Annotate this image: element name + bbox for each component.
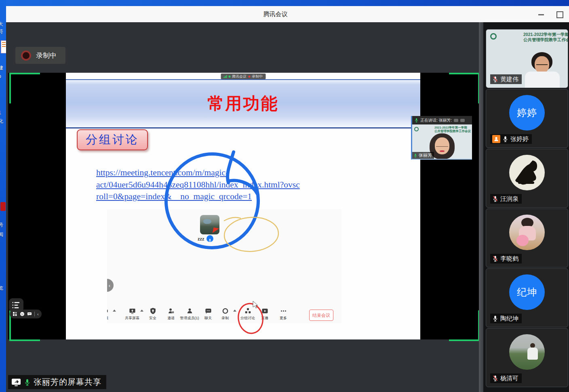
speaker-slide-line: 公共管理学院教学工作会议 xyxy=(434,129,471,133)
collapse-chevron-icon[interactable]: ‹ xyxy=(37,312,39,316)
speaker-name: 张丽芳 xyxy=(419,152,432,158)
inner-toolbar-video: 视频 xyxy=(107,307,114,321)
avatar xyxy=(509,155,545,190)
end-meeting-button: 结束会议 xyxy=(309,310,333,321)
participant-name-chip: 陶纪坤 xyxy=(490,314,522,323)
desktop-icon-fragment: 1 xyxy=(0,110,6,116)
desktop-icon-fragment: o xyxy=(0,74,6,79)
screen-share-banner: 张丽芳的屏幕共享 xyxy=(8,375,106,389)
more-dots-icon xyxy=(274,307,292,315)
share-border-corner xyxy=(9,73,40,103)
recording-badge[interactable]: 录制中 xyxy=(15,47,65,64)
participant-name-chip: 张婷婷 xyxy=(490,134,532,144)
inner-toolbar-breakout: 分组讨论 xyxy=(239,307,257,321)
inner-toolbar-record: 录制 xyxy=(216,307,234,321)
slide-status-pill: 腾讯会议 录制中 xyxy=(221,74,266,79)
share-border-corner xyxy=(449,73,480,103)
online-dot-icon xyxy=(228,76,230,78)
participant-tile[interactable]: 李晓鹤 xyxy=(486,209,568,268)
mic-on-icon xyxy=(413,153,417,158)
layout-icon[interactable] xyxy=(13,312,17,316)
chat-bubble-icon[interactable] xyxy=(27,312,32,316)
record-icon xyxy=(216,307,234,315)
participants-sidebar: 2021-2022学年第一学期 公共管理学院教学工作会议 黄建伟 婷婷 张婷婷 xyxy=(483,22,569,392)
speaker-video: 2021-2022学年第一学期 公共管理学院教学工作会议 张丽芳 xyxy=(412,124,472,159)
link-line: act/04uer5d6u944h48zeq81108hhl/index_ind… xyxy=(96,179,371,191)
recording-label: 录制中 xyxy=(36,51,57,60)
participant-name-chip: 杨清可 xyxy=(490,373,522,383)
mic-on-icon xyxy=(502,135,508,143)
active-speaker-overlay[interactable]: 正在讲话: 张丽芳: 2021-2022学年第一学期 公共管理学院教学工作会议 … xyxy=(411,116,472,160)
speaker-name-chip: 张丽芳 xyxy=(412,152,434,159)
tile-slide-line: 2021-2022学年第一学期 xyxy=(523,32,568,37)
mic-on-icon xyxy=(492,315,498,322)
list-icon xyxy=(12,301,21,309)
link-line: https://meeting.tencent.com/m/magic- xyxy=(96,167,371,179)
inner-screenshot: zzz ‹ 视频 共享屏幕 安全 邀请 管理成员(1) xyxy=(107,209,341,323)
inner-toolbar-security: 安全 xyxy=(144,307,162,321)
speaker-overlay-titlebar: 正在讲话: 张丽芳: xyxy=(412,116,472,124)
desktop-icon-fragment: 化 xyxy=(0,118,6,125)
mic-muted-icon xyxy=(492,375,498,382)
reaction-smiley-icon[interactable] xyxy=(20,312,25,316)
desktop-icon-fragment: 阅 xyxy=(0,231,6,238)
desktop-icon-fragment: 号 xyxy=(0,221,6,228)
mic-muted-icon xyxy=(492,76,498,83)
mic-on-blue-icon xyxy=(207,235,213,242)
desktop-icon-fragment: 览 xyxy=(0,285,6,292)
live-stream-icon xyxy=(256,307,274,315)
members-icon xyxy=(177,307,202,315)
avatar: 婷婷 xyxy=(509,95,545,131)
participant-tile[interactable]: 纪坤 陶纪坤 xyxy=(486,268,568,327)
participant-tile[interactable]: 婷婷 张婷婷 xyxy=(486,89,568,148)
desktop-icon-fragment: 符 xyxy=(0,28,6,35)
annotation-mini-toolbar: ‹ xyxy=(10,310,42,318)
avatar xyxy=(509,215,545,250)
audio-wave-blob xyxy=(454,119,458,122)
topic-button: 分组讨论 xyxy=(77,129,148,150)
participant-name-chip: 汪润泉 xyxy=(490,194,522,204)
participant-name: 李晓鹤 xyxy=(500,255,518,263)
participant-name: 陶纪坤 xyxy=(500,315,518,322)
pill-status: 录制中 xyxy=(252,74,263,79)
sidebar-divider[interactable] xyxy=(479,22,483,392)
tile-slide-line: 公共管理学院教学工作会议 xyxy=(523,37,568,42)
speaking-status-text: 正在讲话: 张丽芳: xyxy=(420,118,452,123)
window-title: 腾讯会议 xyxy=(6,6,545,22)
participant-tile[interactable]: 汪润泉 xyxy=(486,149,568,208)
maximize-button[interactable] xyxy=(550,6,569,22)
camera-icon xyxy=(107,307,114,315)
university-logo-icon xyxy=(490,33,497,40)
desktop-icon-fragment: 建 xyxy=(0,65,6,72)
breakout-rooms-icon xyxy=(239,307,257,315)
university-logo-icon xyxy=(414,127,419,131)
divider xyxy=(34,312,35,316)
desktop-icon-fragment: r xyxy=(0,170,6,175)
desktop-top-strip xyxy=(0,0,569,6)
avatar: 纪坤 xyxy=(509,274,545,310)
participant-name-chip: 李晓鹤 xyxy=(490,254,522,263)
member-badge-icon xyxy=(492,135,500,143)
inner-toolbar-chat: 聊天 xyxy=(199,307,217,321)
flag-icon xyxy=(213,228,219,234)
link-line: roll=0&page=index&__no_magic_qrcode=1 xyxy=(96,191,371,203)
participant-name: 黄建伟 xyxy=(500,76,518,83)
mic-muted-icon xyxy=(492,195,498,202)
participant-tile[interactable]: 杨清可 xyxy=(486,328,568,387)
desktop-icon-fragment: 大 xyxy=(0,21,6,28)
inner-toolbar-members: 管理成员(1) xyxy=(177,307,202,321)
screen-share-icon xyxy=(11,378,21,386)
desktop: { "window": {"title": "腾讯会议", "minimize_… xyxy=(0,0,569,392)
desktop-document-icon[interactable] xyxy=(1,40,6,53)
avatar xyxy=(509,334,545,370)
participant-tile[interactable]: 2021-2022学年第一学期 公共管理学院教学工作会议 黄建伟 xyxy=(486,29,568,88)
share-border-corner xyxy=(449,310,480,341)
participant-name: 杨清可 xyxy=(500,375,518,382)
minimize-button[interactable] xyxy=(532,6,550,22)
desktop-red-app-icon[interactable] xyxy=(0,202,6,211)
inner-toolbar-live: 直播 xyxy=(256,307,274,321)
audio-wave-blob xyxy=(460,119,465,122)
mic-muted-icon xyxy=(492,255,498,262)
shield-icon xyxy=(144,307,162,315)
window-titlebar: 腾讯会议 xyxy=(6,6,569,22)
